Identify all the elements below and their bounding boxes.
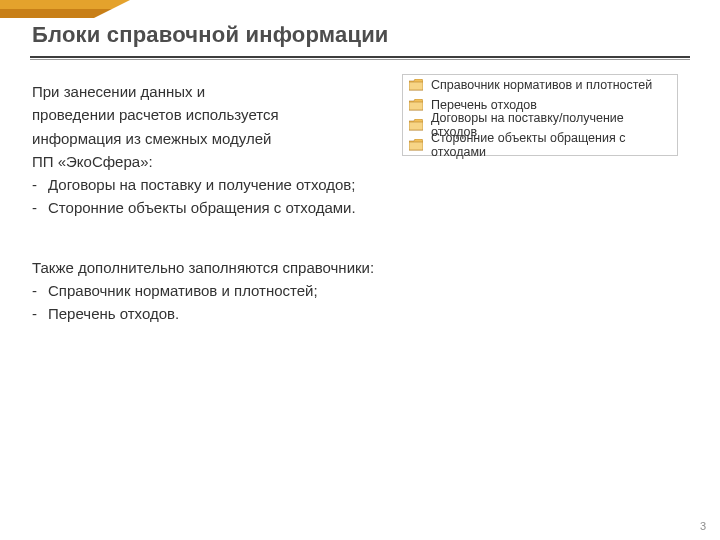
list-item-text: Справочник нормативов и плотностей; [48,279,318,302]
slide: Блоки справочной информации Справочник н… [0,0,720,540]
dash-bullet: - [32,173,48,196]
intro-line: При занесении данных и [32,80,672,103]
list-item: - Справочник нормативов и плотностей; [32,279,672,302]
list-item: - Договоры на поставку и получение отход… [32,173,672,196]
bullet-list-2: - Справочник нормативов и плотностей; - … [32,279,672,326]
dash-bullet: - [32,196,48,219]
intro-line: проведении расчетов используется [32,103,672,126]
svg-marker-1 [0,9,112,18]
corner-decoration [0,0,130,18]
list-item: - Перечень отходов. [32,302,672,325]
body-text: При занесении данных и проведении расчет… [32,80,672,325]
dash-bullet: - [32,279,48,302]
list-item-text: Договоры на поставку и получение отходов… [48,173,355,196]
paragraph-2: Также дополнительно заполняются справочн… [32,256,672,279]
list-item-text: Перечень отходов. [48,302,179,325]
intro-line: ПП «ЭкоСфера»: [32,150,672,173]
list-item: - Сторонние объекты обращения с отходами… [32,196,672,219]
dash-bullet: - [32,302,48,325]
svg-marker-0 [0,0,130,9]
title-underline [30,56,690,60]
bullet-list-1: - Договоры на поставку и получение отход… [32,173,672,220]
slide-title: Блоки справочной информации [32,22,389,48]
list-item-text: Сторонние объекты обращения с отходами. [48,196,356,219]
intro-line: информация из смежных модулей [32,127,672,150]
page-number: 3 [700,520,706,532]
